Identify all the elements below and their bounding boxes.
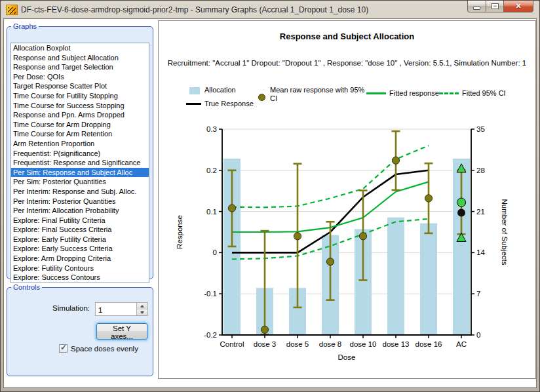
svg-text:dose 5: dose 5	[286, 340, 309, 348]
list-item[interactable]: Explore: Early Futility Criteria	[11, 235, 149, 245]
list-item[interactable]: Per Interim: Posterior Quantities	[11, 197, 149, 206]
legend-true-response-swatch	[186, 103, 201, 105]
svg-text:Dose: Dose	[338, 353, 356, 361]
simulation-spinner[interactable]	[95, 302, 148, 316]
svg-text:-0.1: -0.1	[204, 290, 217, 298]
spinner-up-button[interactable]	[137, 303, 147, 309]
svg-text:14: 14	[476, 248, 485, 256]
svg-text:dose 10: dose 10	[350, 340, 377, 348]
legend-fitted-label: Fitted response	[389, 89, 439, 97]
list-item[interactable]: Explore: Futility Contours	[11, 264, 149, 273]
svg-text:7: 7	[476, 290, 480, 298]
list-item[interactable]: Per Sim: Posterior Quantities	[11, 177, 149, 187]
svg-text:Control: Control	[220, 340, 244, 348]
list-item[interactable]: Explore: Arm Dropping Criteria	[11, 254, 149, 264]
list-item[interactable]: Per Sim: Response and Subject Alloc	[11, 168, 149, 178]
svg-text:0.1: 0.1	[206, 208, 217, 216]
svg-text:Number of Subjects: Number of Subjects	[501, 199, 509, 265]
list-item[interactable]: Frequentist: Response and Significance	[11, 158, 149, 168]
svg-text:dose 13: dose 13	[383, 340, 410, 348]
client-area: Graphs Allocation BoxplotResponse and Su…	[3, 18, 537, 388]
close-button[interactable]: ✕	[504, 1, 533, 12]
list-item[interactable]: Explore: Early Success Criteria	[11, 244, 149, 254]
list-item[interactable]: Response and Ppn. Arms Dropped	[11, 110, 149, 120]
app-window: DF-cts-FEV-6-dose-armdrop-sigmoid-prior2…	[0, 0, 540, 392]
spinner-down-button[interactable]	[137, 309, 147, 315]
svg-text:0.3: 0.3	[206, 125, 217, 133]
chevron-down-icon	[140, 311, 144, 314]
chart-subtitle: Recruitment: "Accrual 1" Dropout: "Dropo…	[159, 59, 535, 67]
list-item[interactable]: Response and Target Selection	[11, 62, 149, 72]
space-doses-checkbox-row: Space doses evenly	[59, 344, 138, 353]
chart-panel: Response and Subject Allocation Recruitm…	[158, 20, 536, 379]
svg-text:0: 0	[476, 331, 480, 339]
controls-group-label: Controls	[11, 283, 42, 291]
app-icon	[6, 5, 18, 15]
list-item[interactable]: Target Response Scatter Plot	[11, 81, 149, 91]
list-item[interactable]: Per Interim: Response and Subj. Alloc.	[11, 187, 149, 197]
list-item[interactable]: Time Course for Success Stopping	[11, 101, 149, 111]
svg-text:28: 28	[476, 167, 485, 174]
legend-mean-raw-swatch	[258, 94, 265, 101]
window-buttons: ✕	[467, 1, 533, 12]
svg-text:Response: Response	[176, 215, 183, 249]
close-icon: ✕	[515, 3, 521, 10]
legend-allocation-swatch	[189, 87, 200, 94]
list-item[interactable]: Per Interim: Allocation Probability	[11, 206, 149, 216]
list-item[interactable]: Per Dose: QOIs	[11, 72, 149, 82]
legend-fitted-ci-swatch	[439, 92, 459, 94]
window-title: DF-cts-FEV-6-dose-armdrop-sigmoid-prior2…	[21, 5, 368, 14]
simulation-label: Simulation:	[7, 304, 90, 312]
svg-text:dose 16: dose 16	[415, 340, 442, 348]
svg-text:35: 35	[476, 125, 485, 133]
list-item[interactable]: Arm Retention Proportion	[11, 139, 149, 149]
minimize-icon	[473, 7, 480, 10]
list-item[interactable]: Explore: Final Success Criteria	[11, 225, 149, 235]
space-doses-checkbox[interactable]	[59, 344, 68, 353]
list-item[interactable]: Time Course for Futility Stopping	[11, 91, 149, 101]
plot-svg: 0.30.20.10-0.1-0.23528211470Controldose …	[159, 21, 535, 378]
list-item[interactable]: Time Course for Arm Dropping	[11, 120, 149, 130]
legend-fitted-ci-label: Fitted 95% CI	[462, 89, 506, 97]
simulation-input[interactable]	[96, 303, 136, 315]
list-item[interactable]: Allocation Boxplot	[11, 43, 149, 53]
titlebar[interactable]: DF-cts-FEV-6-dose-armdrop-sigmoid-prior2…	[1, 1, 539, 18]
list-item[interactable]: Time Course for Arm Retention	[11, 129, 149, 139]
svg-text:dose 3: dose 3	[254, 340, 277, 348]
set-y-axes-button[interactable]: Set Y axes...	[96, 323, 147, 340]
graphs-groupbox: Graphs Allocation BoxplotResponse and Su…	[7, 22, 153, 279]
list-item[interactable]: Explore: Final Futility Criteria	[11, 216, 149, 225]
svg-text:dose 8: dose 8	[319, 340, 342, 348]
controls-groupbox: Controls Simulation: Set Y axes... Space…	[7, 283, 153, 376]
maximize-icon	[492, 4, 498, 9]
legend-mean-raw-label: Mean raw response with 95% CI	[270, 86, 370, 103]
graphs-listbox[interactable]: Allocation BoxplotResponse and Subject A…	[10, 43, 149, 283]
chevron-up-icon	[140, 305, 144, 307]
svg-text:0.2: 0.2	[206, 167, 217, 174]
svg-text:21: 21	[476, 208, 485, 216]
chart-title: Response and Subject Allocation	[159, 31, 535, 41]
svg-text:0: 0	[213, 248, 217, 256]
legend-allocation-label: Allocation	[204, 86, 236, 94]
legend-true-response-label: True Response	[204, 100, 254, 108]
space-doses-label: Space doses evenly	[71, 345, 138, 353]
graphs-group-label: Graphs	[11, 22, 39, 30]
legend-fitted-swatch	[366, 92, 386, 94]
minimize-button[interactable]	[467, 1, 486, 12]
spinner-arrows	[136, 303, 147, 315]
maximize-button[interactable]	[486, 1, 504, 12]
list-item[interactable]: Explore: Success Contours	[11, 273, 149, 283]
svg-text:-0.2: -0.2	[204, 331, 217, 339]
svg-text:AC: AC	[456, 340, 467, 348]
list-item[interactable]: Frequentist: P(significance)	[11, 149, 149, 159]
list-item[interactable]: Response and Subject Allocation	[11, 53, 149, 63]
